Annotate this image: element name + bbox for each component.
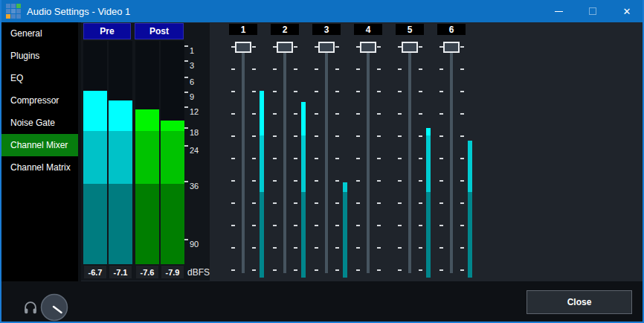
channel-level-meter <box>301 102 306 278</box>
volume-knob-icon[interactable] <box>40 293 68 322</box>
fader-tick-left <box>398 247 402 249</box>
fader-tick-right <box>460 113 464 115</box>
fader-tick-right <box>294 158 297 159</box>
fader-tick-right <box>294 68 297 70</box>
fader-tick-left <box>231 180 235 182</box>
fader-tick-right <box>460 46 464 48</box>
fader-handle[interactable] <box>235 42 251 53</box>
fader-tick-right <box>419 158 422 159</box>
sidebar-item-channel-matrix[interactable]: Channel Matrix <box>1 156 78 179</box>
fader-handle[interactable] <box>402 42 418 53</box>
app-grid-square <box>11 14 16 19</box>
fader-track[interactable] <box>408 43 411 273</box>
fader-track[interactable] <box>325 43 328 273</box>
fader-tick-right <box>377 269 381 271</box>
fader-tick-left <box>315 202 318 204</box>
app-grid-square <box>11 9 16 13</box>
fader-tick-right <box>335 113 339 115</box>
scale-tick-label: 12 <box>190 107 199 116</box>
fader-tick-right <box>377 158 381 159</box>
fader-tick-right <box>335 68 339 70</box>
fader-tick-right <box>377 91 381 92</box>
sidebar-item-plugins[interactable]: Plugins <box>1 45 78 67</box>
fader-tick-right <box>335 135 339 137</box>
channel-meter-segment <box>301 135 306 192</box>
fader-tick-right <box>460 68 464 70</box>
fader-tick-right <box>252 91 256 92</box>
meter-value-dbfs: -6.7 <box>84 266 106 278</box>
fader-tick-right <box>252 269 256 271</box>
fader-tick-left <box>439 225 443 226</box>
fader-track[interactable] <box>283 43 286 273</box>
fader-handle[interactable] <box>360 42 376 53</box>
fader-tick-left <box>398 158 402 159</box>
fader-tick-left <box>231 91 235 92</box>
sidebar-item-compressor[interactable]: Compressor <box>1 89 78 112</box>
fader-tick-right <box>419 202 422 204</box>
close-window-button[interactable]: ✕ <box>610 0 644 22</box>
fader-handle[interactable] <box>443 42 460 53</box>
fader-handle[interactable] <box>277 42 293 53</box>
fader-tick-right <box>460 135 464 137</box>
fader-tick-left <box>398 91 402 92</box>
headphones-icon[interactable] <box>22 299 39 316</box>
fader-tick-right <box>419 247 422 249</box>
fader-tick-left <box>356 158 360 159</box>
fader-tick-left <box>398 180 402 182</box>
meter-bar-segment <box>109 100 132 131</box>
fader-tick-right <box>419 135 422 137</box>
fader-tick-left <box>356 225 360 226</box>
fader-tick-left <box>273 247 277 249</box>
sidebar-item-general[interactable]: General <box>1 22 78 45</box>
fader-track[interactable] <box>242 43 245 273</box>
fader-tick-right <box>377 202 381 204</box>
sidebar-item-channel-mixer[interactable]: Channel Mixer <box>1 134 78 156</box>
channel-meter-segment <box>301 192 306 278</box>
fader-tick-left <box>315 135 318 137</box>
fader-tick-left <box>439 247 443 249</box>
channel-meter-segment <box>468 141 472 192</box>
channel-number-label: 5 <box>396 24 424 35</box>
fader-tick-left <box>439 202 443 204</box>
meter-column <box>83 41 107 264</box>
meter-bar-segment <box>109 184 132 264</box>
sidebar-item-eq[interactable]: EQ <box>1 67 78 89</box>
fader-tick-right <box>460 225 464 226</box>
scale-tick-mark <box>184 127 188 129</box>
scale-tick-mark <box>184 239 188 240</box>
meter-bar-segment <box>83 91 107 131</box>
fader-tick-right <box>377 135 381 137</box>
fader-track[interactable] <box>367 43 370 273</box>
fader-tick-right <box>377 247 381 249</box>
fader-tick-right <box>294 46 297 48</box>
channel-fader-area: 123456 <box>229 24 479 281</box>
fader-tick-left <box>231 68 235 70</box>
channel-meter-segment <box>260 192 264 278</box>
fader-tick-left <box>356 202 360 204</box>
channel-meter-segment <box>468 192 472 278</box>
fader-track[interactable] <box>450 43 453 273</box>
fader-tick-left <box>231 225 235 226</box>
scale-tick-label: 90 <box>190 240 199 249</box>
scale-tick-mark <box>184 145 188 147</box>
fader-tick-right <box>377 225 381 226</box>
close-button[interactable]: Close <box>527 290 632 314</box>
fader-tick-right <box>252 225 256 226</box>
fader-tick-right <box>335 225 339 226</box>
app-grid-square <box>6 14 10 19</box>
fader-tick-right <box>252 247 256 249</box>
fader-tick-right <box>294 113 297 115</box>
minimize-button[interactable] <box>541 0 576 22</box>
fader-tick-left <box>315 113 318 115</box>
fader-handle[interactable] <box>318 42 335 53</box>
fader-tick-right <box>419 68 422 70</box>
fader-tick-right <box>252 113 256 115</box>
scale-tick-mark <box>184 60 188 62</box>
meter-bar <box>135 109 159 264</box>
meter-value-dbfs: -7.6 <box>136 266 158 278</box>
fader-tick-left <box>231 113 235 115</box>
sidebar-item-noise-gate[interactable]: Noise Gate <box>1 112 78 134</box>
channel-number-label: 4 <box>354 24 382 35</box>
audio-settings-window: Audio Settings - Video 1 ✕ GeneralPlugin… <box>0 0 644 323</box>
maximize-button[interactable] <box>576 0 610 22</box>
